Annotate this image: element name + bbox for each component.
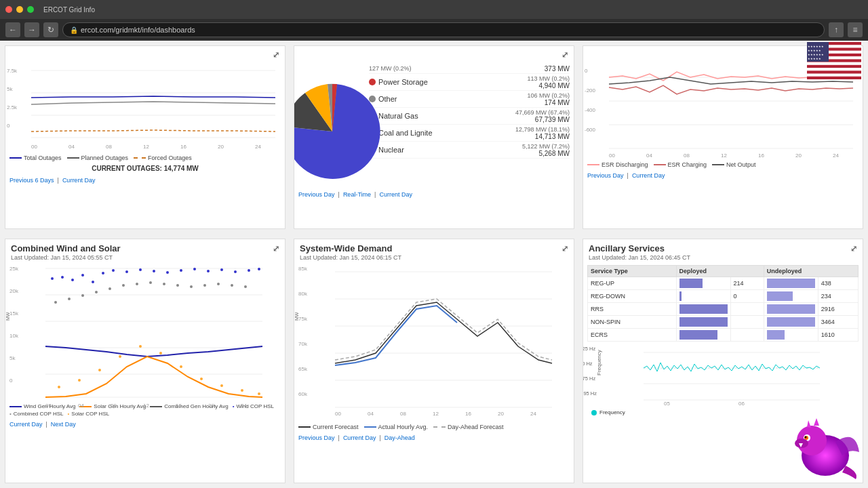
ancillary-expand-icon[interactable]: ⤢ (850, 244, 857, 253)
legend-combined-cop: • Combined COP HSL (9, 411, 63, 417)
svg-point-82 (241, 389, 243, 392)
current-day-link-ws[interactable]: Current Day (9, 421, 43, 428)
current-day-link-esr[interactable]: Current Day (632, 172, 665, 179)
svg-point-62 (108, 287, 111, 290)
minimize-dot (16, 6, 23, 13)
service-reg-down: REG-DOWN (588, 290, 677, 303)
prev-day-link-gen[interactable]: Previous Day (298, 191, 335, 198)
svg-point-53 (207, 270, 210, 272)
freq-dot (591, 410, 597, 415)
legend-wind-cop: • Wind COP HSL (233, 403, 274, 409)
secure-icon: 🔒 (70, 26, 78, 34)
gen-mix-panel: ⤢ (294, 45, 574, 229)
svg-text:12: 12 (143, 403, 149, 409)
outages-panel: ⤢ 7.5k 5k 2.5k 0 (5, 45, 285, 229)
gen-row-partial: 127 MW (0.2%) 373 MW (369, 64, 570, 74)
svg-rect-6 (807, 74, 861, 77)
menu-button[interactable]: ≡ (848, 22, 863, 37)
svg-point-65 (149, 281, 152, 284)
gen-mix-nav: Previous Day | Real-Time | Current Day (294, 188, 574, 201)
svg-point-52 (193, 268, 196, 270)
svg-point-77 (139, 345, 142, 348)
svg-text:16: 16 (176, 403, 182, 409)
current-outages-display: CURRENT OUTAGES: 14,774 MW (5, 163, 285, 174)
us-flag-overlay: ★★★★★★ ★★★★★ ★★★★★★ ★★★★★ (807, 42, 861, 79)
prev-6-days-link[interactable]: Previous 6 Days (9, 177, 54, 184)
ancillary-header: Ancillary Services ⤢ Last Updated: Jan 1… (583, 239, 863, 262)
svg-point-64 (136, 283, 138, 285)
svg-text:16: 16 (465, 411, 471, 417)
system-demand-title: System-Wide Demand ⤢ (300, 243, 568, 253)
real-time-link[interactable]: Real-Time (343, 191, 371, 198)
deployed-bar-reg-down (676, 290, 730, 303)
legend-esr-charge-line (654, 164, 666, 165)
prev-day-link-demand[interactable]: Previous Day (298, 434, 335, 441)
share-button[interactable]: ↑ (829, 22, 844, 37)
svg-text:08: 08 (684, 152, 690, 159)
wind-solar-expand-icon[interactable]: ⤢ (273, 244, 279, 253)
freq-label-top: 60.025 Hz (583, 346, 595, 352)
svg-point-40 (51, 277, 54, 280)
svg-point-43 (81, 274, 84, 277)
svg-point-75 (98, 369, 101, 371)
gen-mix-expand-icon[interactable]: ⤢ (561, 50, 568, 60)
svg-point-83 (258, 392, 260, 395)
dot-other (369, 96, 376, 102)
svg-point-45 (102, 272, 104, 274)
svg-point-58 (54, 301, 57, 304)
svg-point-73 (58, 386, 60, 388)
svg-text:20: 20 (795, 152, 802, 159)
current-day-link-gen[interactable]: Current Day (379, 191, 412, 198)
wind-solar-nav: Current Day | Next Day (5, 418, 285, 430)
svg-point-66 (163, 283, 165, 285)
svg-text:04: 04 (646, 152, 652, 159)
back-button[interactable]: ← (5, 22, 20, 37)
svg-point-57 (258, 268, 260, 270)
system-demand-expand-icon[interactable]: ⤢ (561, 244, 568, 253)
svg-text:20: 20 (498, 411, 504, 417)
current-day-link-demand[interactable]: Current Day (343, 434, 376, 441)
svg-point-59 (68, 298, 71, 300)
legend-esr-charging: ESR Charging (654, 161, 707, 168)
svg-point-74 (78, 379, 81, 382)
ws-y-5k: 5k (9, 355, 18, 361)
undeployed-bar-non-spin (764, 316, 818, 329)
prev-day-link-esr[interactable]: Previous Day (587, 172, 624, 179)
freq-label-mid: 60 Hz (583, 361, 593, 367)
service-reg-up: REG-UP (588, 277, 677, 290)
svg-point-54 (220, 268, 223, 271)
system-demand-legend: Current Forecast Actual Hourly Avg. Day-… (294, 422, 574, 432)
svg-text:00: 00 (45, 403, 52, 409)
day-ahead-link-demand[interactable]: Day-Ahead (384, 434, 415, 441)
forward-button[interactable]: → (24, 22, 39, 37)
deployed-val-non-spin (730, 316, 764, 329)
deployed-val-reg-up: 214 (730, 277, 764, 290)
row-non-spin: NON-SPIN 3464 (588, 316, 859, 329)
outages-header: ⤢ (5, 46, 285, 61)
deployed-val-rrs (730, 303, 764, 316)
browser-nav-bar: ← → ↻ 🔒 ercot.com/gridmkt/info/dashboard… (0, 19, 868, 41)
svg-point-42 (71, 279, 74, 281)
y-label-5000: 5k (7, 86, 17, 92)
page-content: ★★★★★★ ★★★★★ ★★★★★★ ★★★★★ ⤢ 7.5k 5k 2.5k (0, 41, 868, 488)
deployed-bar-rrs (676, 303, 730, 316)
outages-expand-icon[interactable]: ⤢ (273, 50, 279, 60)
current-day-link-outages[interactable]: Current Day (62, 177, 96, 184)
col-deployed: Deployed (676, 266, 764, 277)
close-dot (5, 6, 12, 13)
legend-current-forecast: Current Forecast (298, 424, 359, 430)
row-rrs: RRS 2916 (588, 303, 859, 316)
deployed-val-reg-down: 0 (730, 290, 764, 303)
svg-rect-4 (807, 62, 861, 65)
esr-nav: Previous Day | Current Day (583, 169, 863, 182)
address-bar[interactable]: 🔒 ercot.com/gridmkt/info/dashboards (62, 22, 825, 37)
svg-point-48 (139, 268, 142, 271)
legend-day-ahead-forecast: Day-Ahead Forecast (433, 424, 504, 430)
next-day-link-ws[interactable]: Next Day (51, 421, 76, 428)
dem-y-60k: 60k (298, 391, 307, 397)
url-text: ercot.com/gridmkt/info/dashboards (81, 26, 195, 34)
col-undeployed: Undeployed (764, 266, 858, 277)
reload-button[interactable]: ↻ (43, 22, 58, 37)
gen-row-natural-gas: Natural Gas 47,669 MW (67.4%) 67,739 MW (369, 108, 570, 125)
svg-point-71 (231, 284, 233, 287)
